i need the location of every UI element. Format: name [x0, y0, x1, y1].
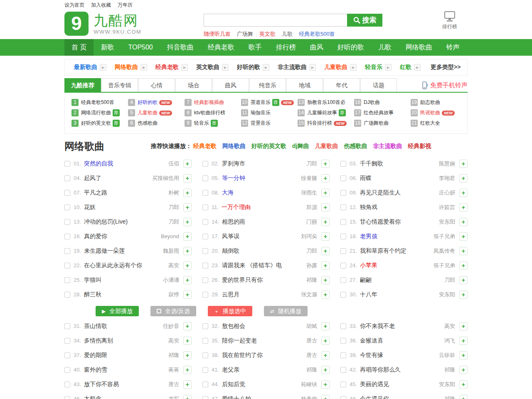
song-title-link[interactable]: 花妖 [84, 204, 96, 211]
subnav-arrow-icon[interactable]: ▶ [385, 64, 392, 71]
song-artist[interactable]: 伍佰 [166, 160, 179, 167]
add-song-button[interactable]: + [459, 380, 468, 389]
add-song-button[interactable]: + [321, 351, 330, 360]
nav-item[interactable]: 排行榜 [269, 39, 303, 56]
song-checkbox[interactable] [64, 352, 70, 358]
tab-item[interactable]: 曲风 [212, 78, 249, 92]
song-artist[interactable]: 李翊君 [436, 175, 455, 182]
song-title-link[interactable]: 大海 [222, 189, 234, 197]
song-checkbox[interactable] [64, 263, 70, 268]
song-artist[interactable]: 孙露 [304, 262, 317, 269]
subnav-link[interactable]: 网络歌曲 [115, 64, 138, 71]
category-item[interactable]: 1经典老歌500首 [71, 99, 128, 106]
add-song-button[interactable]: + [321, 261, 330, 270]
song-artist[interactable]: 蒋蒋 [166, 366, 179, 374]
nav-item[interactable]: 好听的歌 [330, 39, 371, 56]
song-title-link[interactable]: 今世有缘 [360, 352, 383, 359]
song-checkbox[interactable] [202, 248, 208, 254]
song-checkbox[interactable] [202, 161, 208, 167]
song-checkbox[interactable] [340, 204, 346, 210]
add-song-button[interactable]: + [459, 291, 468, 299]
topbar-link[interactable]: 设为首页 [64, 2, 84, 8]
song-checkbox[interactable] [340, 175, 346, 181]
category-item[interactable]: 15抖音排行榜NEW [298, 120, 354, 127]
song-checkbox[interactable] [340, 190, 346, 196]
song-title-link[interactable]: 翩翩 [360, 276, 372, 284]
song-checkbox[interactable] [340, 161, 346, 167]
category-item[interactable]: 20民谣歌曲NEW [411, 109, 467, 116]
add-song-button[interactable]: + [459, 395, 468, 399]
add-song-button[interactable]: + [459, 160, 468, 168]
subnav-link[interactable]: 经典老歌 [155, 64, 179, 71]
add-song-button[interactable]: + [183, 174, 192, 182]
add-song-button[interactable]: + [321, 291, 330, 299]
song-title-link[interactable]: 甘心情愿爱着你 [360, 218, 401, 226]
song-title-link[interactable]: 一万个理由 [222, 204, 251, 211]
category-item[interactable]: 13胎教音乐100首必 [298, 99, 354, 106]
song-checkbox[interactable] [202, 338, 208, 344]
tab-item[interactable]: 话题 [360, 78, 397, 92]
song-artist[interactable]: 门丽 [304, 218, 317, 226]
song-checkbox[interactable] [202, 323, 208, 329]
add-song-button[interactable]: + [459, 351, 468, 360]
add-song-button[interactable]: + [459, 203, 468, 212]
song-title-link[interactable]: 美丽的遇见 [360, 381, 389, 388]
subnav-arrow-icon[interactable]: ▶ [181, 64, 188, 71]
subnav-link[interactable]: 最新歌曲 [74, 64, 97, 71]
song-artist[interactable]: 高安 [166, 262, 179, 269]
search-hot-link[interactable]: 儿歌 [282, 31, 293, 37]
song-checkbox[interactable] [340, 292, 346, 298]
song-title-link[interactable]: 放下你不容易 [84, 381, 119, 388]
add-song-button[interactable]: + [459, 261, 468, 270]
nav-item[interactable]: 铃声 [439, 39, 467, 56]
ranking-shortcut[interactable]: 排行榜 [442, 11, 457, 30]
song-title-link[interactable]: 敖包相会 [222, 323, 245, 330]
song-title-link[interactable]: 老父亲 [222, 366, 239, 374]
tab-item[interactable]: 纯音乐 [249, 78, 286, 92]
song-checkbox[interactable] [340, 219, 346, 225]
song-title-link[interactable]: 突然的自我 [84, 160, 113, 167]
song-artist[interactable]: 买辣椒也用 [150, 175, 179, 182]
category-item[interactable]: 14儿童睡前故事荐 [298, 109, 354, 116]
category-item[interactable]: 18广场舞歌曲 [354, 120, 411, 127]
song-artist[interactable]: 胡斌 [304, 323, 317, 330]
add-song-button[interactable]: + [183, 261, 192, 270]
song-title-link[interactable]: 茶山情歌 [84, 323, 107, 330]
song-title-link[interactable]: 请跟我来 《搭错车》电 [222, 262, 282, 269]
tab-item[interactable]: 地域 [286, 78, 323, 92]
free-ringtone-link[interactable]: 免费手机铃声 [422, 81, 468, 92]
song-checkbox[interactable] [202, 190, 208, 196]
song-title-link[interactable]: 我和草原有个约定 [360, 247, 406, 255]
song-title-link[interactable]: 来生愿做一朵莲 [84, 247, 125, 255]
song-title-link[interactable]: 太想念 [84, 395, 101, 399]
song-artist[interactable]: 朴树 [166, 189, 179, 197]
quickplay-link[interactable]: 网络歌曲 [222, 143, 246, 149]
quickplay-link[interactable]: 儿童歌曲 [315, 143, 338, 149]
song-title-link[interactable]: 在心里从此永远有个你 [84, 262, 142, 269]
subnav-arrow-icon[interactable]: ▶ [263, 64, 269, 71]
subnav-more-link[interactable]: 更多类型>> [431, 64, 461, 71]
song-artist[interactable]: 小潘潘 [160, 276, 179, 284]
song-artist[interactable]: 筷子兄弟 [431, 262, 455, 269]
topbar-link[interactable]: 加入收藏 [91, 2, 111, 8]
add-song-button[interactable]: + [459, 276, 468, 284]
tab-item[interactable]: 心情 [138, 78, 175, 92]
category-item[interactable]: 7经典影视插曲 [185, 99, 241, 106]
song-artist[interactable]: 刀郎 [166, 218, 179, 226]
quickplay-link[interactable]: 经典老歌 [193, 143, 217, 149]
song-artist[interactable]: 刀郎 [442, 276, 455, 284]
song-title-link[interactable]: 你不来我不老 [360, 323, 395, 330]
song-artist[interactable]: 刀郎 [166, 204, 179, 211]
song-artist[interactable]: 魏新雨 [160, 247, 179, 255]
song-checkbox[interactable] [340, 323, 346, 329]
quickplay-link[interactable]: 伤感歌曲 [344, 143, 367, 149]
add-song-button[interactable]: + [183, 232, 192, 241]
add-song-button[interactable]: + [183, 276, 192, 284]
song-title-link[interactable]: 醉三秋 [84, 291, 101, 298]
song-title-link[interactable]: 再见只是陌生人 [360, 189, 401, 197]
song-title-link[interactable]: 我在前世约了你 [222, 352, 263, 359]
song-title-link[interactable]: 陪你一起变老 [222, 337, 257, 345]
song-title-link[interactable]: 老男孩 [360, 233, 377, 240]
category-item[interactable]: 2网络流行歌曲荐 [71, 109, 128, 116]
song-checkbox[interactable] [64, 396, 70, 399]
